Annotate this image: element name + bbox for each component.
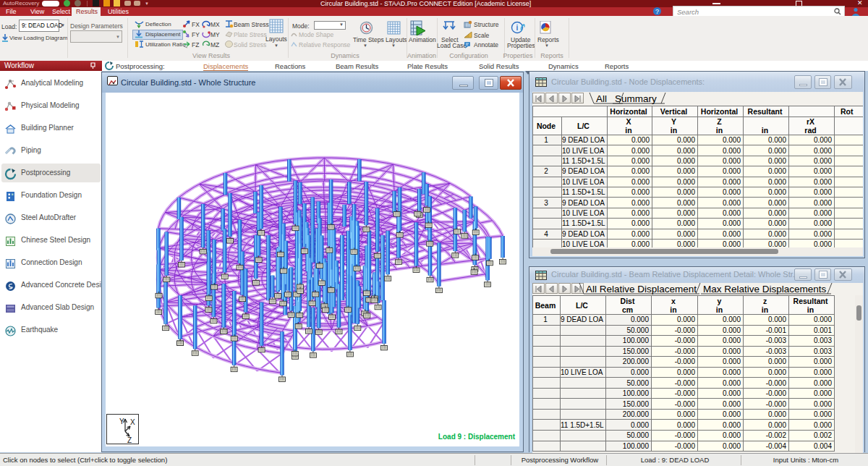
svg-text:i: i [516, 24, 519, 32]
svg-text:All: All [596, 93, 607, 104]
svg-text:Z: Z [127, 436, 132, 444]
svg-text:All Relative Displacement: All Relative Displacement [586, 284, 697, 295]
svg-text:X: X [130, 418, 135, 426]
svg-text:Y: Y [119, 418, 124, 425]
svg-text:Summary: Summary [615, 93, 657, 104]
svg-text:Max Relative Displacements: Max Relative Displacements [703, 284, 827, 295]
